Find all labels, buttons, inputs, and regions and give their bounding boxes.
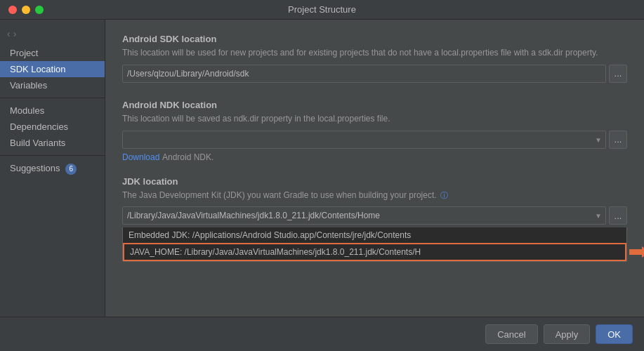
android-ndk-select-wrapper: ▼ bbox=[122, 131, 606, 149]
sidebar-item-suggestions[interactable]: Suggestions 6 bbox=[0, 160, 105, 178]
jdk-help-icon[interactable]: ⓘ bbox=[440, 191, 448, 199]
jdk-suggestion-java-home[interactable]: JAVA_HOME: /Library/Java/JavaVirtualMach… bbox=[123, 243, 626, 261]
forward-arrow[interactable]: › bbox=[13, 28, 17, 39]
android-sdk-path-input[interactable] bbox=[122, 65, 606, 83]
ndk-download-row: Download Android NDK. bbox=[122, 152, 627, 162]
jdk-section: JDK location The Java Development Kit (J… bbox=[122, 176, 627, 263]
jdk-title: JDK location bbox=[122, 176, 627, 187]
android-sdk-browse-button[interactable]: ... bbox=[609, 65, 627, 83]
cancel-button[interactable]: Cancel bbox=[485, 324, 537, 344]
android-ndk-title: Android NDK location bbox=[122, 100, 627, 110]
sidebar-item-modules[interactable]: Modules bbox=[0, 102, 105, 119]
dialog-title: Project Structure bbox=[288, 4, 356, 15]
back-arrow[interactable]: ‹ bbox=[7, 28, 11, 39]
jdk-suggestions-list: Embedded JDK: /Applications/Android Stud… bbox=[122, 227, 627, 262]
sidebar-divider bbox=[0, 98, 105, 98]
apply-button[interactable]: Apply bbox=[544, 324, 591, 344]
sidebar-item-project[interactable]: Project bbox=[0, 45, 105, 61]
dialog-content: ‹ › Project SDK Location Variables Modul… bbox=[0, 20, 644, 317]
ndk-download-link[interactable]: Download bbox=[122, 152, 159, 162]
android-ndk-input-row: ▼ ... bbox=[122, 131, 627, 149]
footer-bar: Cancel Apply OK bbox=[0, 317, 644, 351]
jdk-path-input[interactable] bbox=[122, 206, 606, 225]
sidebar: ‹ › Project SDK Location Variables Modul… bbox=[0, 20, 105, 317]
android-ndk-path-input[interactable] bbox=[122, 131, 606, 149]
android-sdk-desc: This location will be used for new proje… bbox=[122, 47, 627, 59]
android-sdk-title: Android SDK location bbox=[122, 34, 627, 44]
android-sdk-input-row: ... bbox=[122, 65, 627, 83]
sidebar-divider-2 bbox=[0, 155, 105, 156]
sidebar-item-dependencies[interactable]: Dependencies bbox=[0, 119, 105, 135]
svg-marker-0 bbox=[629, 246, 644, 258]
red-arrow-indicator bbox=[629, 245, 644, 259]
close-button[interactable] bbox=[8, 6, 17, 14]
sidebar-item-sdk-location[interactable]: SDK Location bbox=[0, 61, 105, 77]
nav-arrows: ‹ › bbox=[0, 25, 105, 45]
suggestions-badge: 6 bbox=[65, 164, 77, 175]
sidebar-item-variables[interactable]: Variables bbox=[0, 77, 105, 93]
jdk-browse-button[interactable]: ... bbox=[609, 206, 627, 225]
jdk-suggestion-embedded[interactable]: Embedded JDK: /Applications/Android Stud… bbox=[123, 227, 626, 243]
window-controls bbox=[8, 6, 44, 14]
project-structure-dialog: Project Structure ‹ › Project SDK Locati… bbox=[0, 0, 644, 351]
jdk-desc: The Java Development Kit (JDK) you want … bbox=[122, 190, 627, 201]
android-ndk-desc: This location will be saved as ndk.dir p… bbox=[122, 113, 627, 125]
red-arrow-icon bbox=[629, 245, 644, 259]
jdk-suggestion-java-home-wrapper: JAVA_HOME: /Library/Java/JavaVirtualMach… bbox=[123, 243, 626, 261]
jdk-select-wrapper: ▼ bbox=[122, 206, 606, 225]
android-ndk-section: Android NDK location This location will … bbox=[122, 100, 627, 162]
title-bar: Project Structure bbox=[0, 0, 644, 20]
ndk-download-suffix: Android NDK. bbox=[162, 152, 213, 162]
jdk-input-row: ▼ ... bbox=[122, 206, 627, 225]
ok-button[interactable]: OK bbox=[596, 324, 633, 344]
minimize-button[interactable] bbox=[22, 6, 30, 14]
main-panel: Android SDK location This location will … bbox=[105, 20, 644, 317]
sidebar-item-build-variants[interactable]: Build Variants bbox=[0, 135, 105, 151]
maximize-button[interactable] bbox=[35, 6, 44, 14]
android-ndk-browse-button[interactable]: ... bbox=[609, 131, 627, 149]
android-sdk-section: Android SDK location This location will … bbox=[122, 34, 627, 86]
